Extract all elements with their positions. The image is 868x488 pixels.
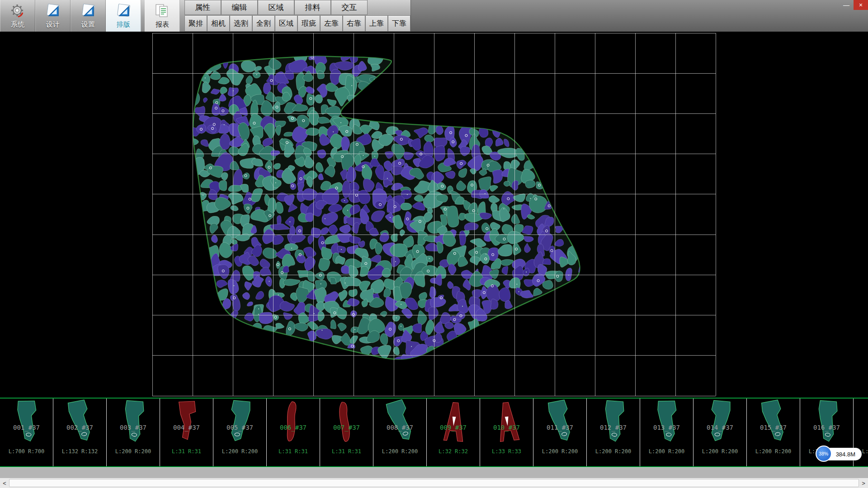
ribbon-menus: 属性编辑区域排料交互 聚排相机选割全割区域瑕疵左靠右靠上靠下靠: [184, 0, 410, 32]
app-button-report[interactable]: 报表: [145, 0, 180, 32]
tool-button-align-left[interactable]: 左靠: [320, 15, 343, 32]
part-cell-11[interactable]: 011_#37L:200 R:200: [533, 399, 587, 466]
bottom-spacer: [0, 467, 868, 478]
part-cell-8[interactable]: 008_#37L:200 R:200: [373, 399, 427, 466]
part-thumbnail: [435, 399, 472, 445]
set-square-icon: [45, 3, 61, 19]
tool-button-cut-all[interactable]: 全割: [252, 15, 275, 32]
minimize-button[interactable]: —: [839, 0, 854, 10]
part-cell-13[interactable]: 013_#37L:200 R:200: [640, 399, 693, 466]
part-thumbnail: [382, 399, 418, 445]
part-cell-6[interactable]: 006_#37L:31 R:31: [267, 399, 320, 466]
set-square-icon: [115, 3, 132, 19]
part-count: L:700 R:700: [0, 448, 53, 455]
part-count: L:200 R:200: [107, 448, 160, 455]
part-name: 004_#37: [160, 424, 213, 431]
app-button-settings[interactable]: 设置: [71, 0, 106, 32]
part-name: 012_#37: [587, 424, 640, 431]
menu-tab-properties[interactable]: 属性: [184, 0, 221, 15]
part-count: L:200 R:200: [747, 448, 800, 455]
menu-tab-row: 属性编辑区域排料交互: [184, 0, 410, 15]
part-cell-4[interactable]: 004_#37L:31 R:31: [160, 399, 213, 466]
progress-percent: 38%: [819, 451, 828, 456]
menu-tab-region[interactable]: 区域: [258, 0, 294, 15]
part-count: L:31 R:31: [320, 448, 373, 455]
part-count: L:32 R:32: [427, 448, 480, 455]
tool-button-row: 聚排相机选割全割区域瑕疵左靠右靠上靠下靠: [184, 15, 410, 32]
menu-tab-edit[interactable]: 编辑: [221, 0, 258, 15]
app-label: 报表: [156, 20, 169, 29]
part-cell-15[interactable]: 015_#37L:200 R:200: [747, 399, 800, 466]
part-cell-10[interactable]: 010_#37L:33 R:33: [480, 399, 533, 466]
part-name: 010_#37: [480, 424, 533, 431]
part-count: L:200 R:200: [587, 448, 640, 455]
nesting-canvas[interactable]: [0, 32, 868, 398]
parts-strip: 38% 384.8M 001_#37L:700 R:700002_#37L:13…: [0, 398, 868, 467]
part-cell-9[interactable]: 009_#37L:32 R:32: [427, 399, 480, 466]
tool-button-defect[interactable]: 瑕疵: [297, 15, 320, 32]
scroll-right-arrow[interactable]: >: [859, 478, 868, 488]
window-controls: — ×: [839, 0, 868, 10]
tool-button-cluster-nest[interactable]: 聚排: [184, 15, 207, 32]
part-thumbnail: [595, 399, 632, 445]
tool-button-align-top[interactable]: 上靠: [365, 15, 388, 32]
set-square-icon: [80, 3, 96, 19]
part-name: 008_#37: [373, 424, 426, 431]
part-name: 007_#37: [320, 424, 373, 431]
part-name: 005_#37: [213, 424, 266, 431]
part-count: L:33 R:33: [480, 448, 533, 455]
app-button-nesting[interactable]: 排版: [106, 0, 141, 32]
part-cell-3[interactable]: 003_#37L:200 R:200: [107, 399, 160, 466]
tool-button-camera[interactable]: 相机: [207, 15, 230, 32]
part-thumbnail: [755, 399, 792, 445]
part-thumbnail: [542, 399, 578, 445]
part-count: L:31 R:31: [160, 448, 213, 455]
app-label: 系统: [11, 20, 24, 29]
close-button[interactable]: ×: [854, 0, 868, 10]
app-launcher: 系统设计设置排版报表: [0, 0, 180, 32]
nest-canvas-svg: [0, 32, 868, 398]
menu-tab-nest[interactable]: 排料: [294, 0, 331, 15]
part-cell-2[interactable]: 002_#37L:132 R:132: [53, 399, 107, 466]
part-count: L:200 R:200: [213, 448, 266, 455]
report-icon: [154, 3, 170, 19]
app-label: 排版: [117, 20, 130, 29]
application-window: 系统设计设置排版报表 属性编辑区域排料交互 聚排相机选割全割区域瑕疵左靠右靠上靠…: [0, 0, 868, 488]
tool-button-select-cut[interactable]: 选割: [230, 15, 252, 32]
app-button-system[interactable]: 系统: [0, 0, 35, 32]
part-thumbnail: [115, 399, 151, 445]
part-thumbnail: [62, 399, 98, 445]
status-pill: 38% 384.8M: [818, 448, 862, 460]
part-name: 006_#37: [267, 424, 320, 431]
part-thumbnail: [169, 399, 205, 445]
menu-tab-interaction[interactable]: 交互: [331, 0, 368, 15]
part-name: 014_#37: [693, 424, 746, 431]
app-label: 设计: [46, 20, 60, 29]
part-name: 001_#37: [0, 424, 53, 431]
part-cell-14[interactable]: 014_#37L:200 R:200: [693, 399, 747, 466]
scroll-thumb[interactable]: [9, 479, 859, 487]
part-cell-1[interactable]: 001_#37L:700 R:700: [0, 399, 53, 466]
progress-badge: 38%: [816, 446, 832, 462]
horizontal-scrollbar[interactable]: < >: [0, 478, 868, 488]
part-name: 003_#37: [107, 424, 160, 431]
app-label: 设置: [81, 20, 95, 29]
part-thumbnail: [862, 399, 868, 445]
tool-button-align-bottom[interactable]: 下靠: [388, 15, 410, 32]
app-button-design[interactable]: 设计: [35, 0, 71, 32]
part-cell-7[interactable]: 007_#37L:31 R:31: [320, 399, 373, 466]
part-cell-5[interactable]: 005_#37L:200 R:200: [213, 399, 267, 466]
part-thumbnail: [649, 399, 685, 445]
part-count: L:200 R:200: [693, 448, 746, 455]
tool-button-region[interactable]: 区域: [275, 15, 297, 32]
part-name: 002_#37: [53, 424, 106, 431]
scroll-left-arrow[interactable]: <: [0, 478, 9, 488]
part-thumbnail: [809, 399, 845, 445]
part-cell-12[interactable]: 012_#37L:200 R:200: [587, 399, 640, 466]
part-count: L:200 R:200: [373, 448, 426, 455]
part-thumbnail: [275, 399, 311, 445]
part-thumbnail: [9, 399, 45, 445]
part-count: L:132 R:132: [53, 448, 106, 455]
titlebar-drag-area: [410, 0, 868, 32]
tool-button-align-right[interactable]: 右靠: [343, 15, 365, 32]
